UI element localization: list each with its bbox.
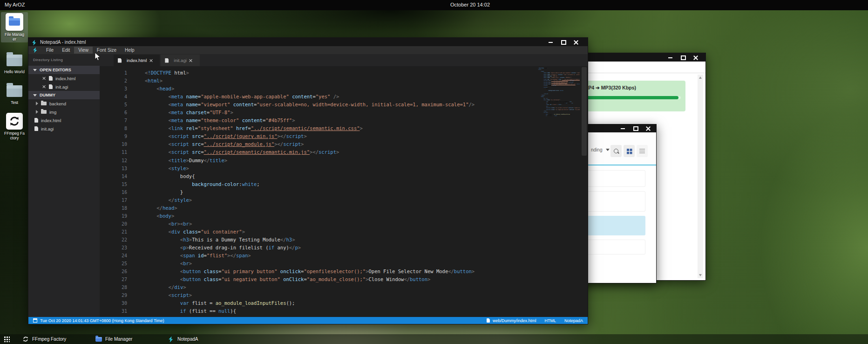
- code-line[interactable]: 22 <h3>This is a Dummy Testing Module</h…: [100, 236, 588, 244]
- code-line[interactable]: 2<html>: [100, 77, 588, 85]
- code-line[interactable]: 15 background-color:white;: [100, 180, 588, 188]
- code-line[interactable]: 5 <meta name="viewport" content="user-sc…: [100, 101, 588, 109]
- code-line[interactable]: 17 </style>: [100, 196, 588, 204]
- gray-folder-icon: [1, 52, 28, 68]
- desktop-icon-file-manager[interactable]: File Manag er: [1, 12, 28, 42]
- close-icon[interactable]: [645, 126, 651, 131]
- close-icon[interactable]: [42, 85, 46, 89]
- notepada-titlebar[interactable]: NotepadA - index.html: [28, 38, 588, 46]
- close-icon[interactable]: [573, 40, 578, 45]
- maximize-icon[interactable]: [680, 55, 685, 60]
- directory-tree: OPEN EDITORSindex.htmlinit.agiDUMMYbacke…: [28, 66, 100, 133]
- maximize-icon[interactable]: [561, 40, 566, 45]
- code-line[interactable]: 3 <head>: [100, 85, 588, 93]
- code-line[interactable]: 18 </head>: [100, 204, 588, 212]
- line-number: 18: [100, 204, 127, 212]
- code-line[interactable]: 31 if (flist == null){: [100, 307, 588, 315]
- calendar-icon: [33, 318, 37, 323]
- app-launcher-icon[interactable]: [4, 336, 10, 342]
- code-line[interactable]: 12 <title>Dummy</title>: [100, 157, 588, 165]
- taskbar-item-ffmpeg-factory[interactable]: FFmpeg Factory: [22, 334, 66, 344]
- taskbar-item-notepada[interactable]: NotepadA: [168, 334, 198, 344]
- line-number: 25: [100, 260, 127, 268]
- tab-index-html[interactable]: index.html: [114, 55, 160, 66]
- tree-item-backend[interactable]: backend: [28, 99, 100, 108]
- notepada-window[interactable]: NotepadA - index.html FileEditViewFont S…: [28, 37, 588, 324]
- scroll-up-icon[interactable]: [699, 76, 702, 79]
- minimap[interactable]: <!DOCTYPE html><html> <head> <meta name=…: [538, 68, 580, 120]
- blue-folder-tile-icon: [1, 13, 28, 31]
- desktop-icon-label: Test: [1, 100, 28, 105]
- code-line[interactable]: 24 <span id="flist"></span>: [100, 252, 588, 260]
- minimize-icon[interactable]: [548, 40, 553, 45]
- tree-item-img[interactable]: img: [28, 108, 100, 116]
- code-line[interactable]: 6 <meta charset="UTF-8">: [100, 109, 588, 117]
- code-editor[interactable]: 1<!DOCTYPE html>2<html>3 <head>4 <meta n…: [100, 66, 588, 317]
- desktop-icon-label: Hello World: [1, 69, 28, 74]
- list-view-button[interactable]: [637, 145, 648, 157]
- grid-view-button[interactable]: [624, 145, 635, 157]
- code-line[interactable]: 16 }: [100, 188, 588, 196]
- menu-font-size[interactable]: Font Size: [93, 47, 121, 54]
- tab-label: init.agi: [174, 58, 186, 63]
- line-number: 3: [100, 85, 127, 93]
- code-line[interactable]: 11 <script src="../script/semantic/seman…: [100, 148, 588, 156]
- scroll-down-icon[interactable]: [699, 274, 702, 276]
- tree-item-init-agi[interactable]: init.agi: [28, 83, 100, 91]
- code-line[interactable]: 9 <script src="../script/jquery.min.js">…: [100, 132, 588, 140]
- scrollbar[interactable]: [698, 75, 703, 278]
- maximize-icon[interactable]: [633, 126, 638, 131]
- file-icon: [49, 76, 53, 81]
- code-line[interactable]: 4 <meta name="apple-mobile-web-app-capab…: [100, 93, 588, 101]
- code-line[interactable]: 20 <br><br>: [100, 220, 588, 228]
- clock: October 20 14:02: [450, 2, 490, 7]
- code-line[interactable]: 26 <button class="ui primary button" onc…: [100, 268, 588, 275]
- editor-scrollbar[interactable]: [582, 67, 587, 156]
- code-line[interactable]: 13 <style>: [100, 165, 588, 172]
- desktop-icon-test[interactable]: Test: [1, 82, 28, 106]
- taskbar-item-label: FFmpeg Factory: [32, 337, 66, 342]
- sidebar-header: Directory Listing: [28, 54, 100, 66]
- tree-item-index-html[interactable]: index.html: [28, 74, 100, 83]
- code-line[interactable]: 23 <p>Received drag-in filelist (if any)…: [100, 244, 588, 252]
- code-line[interactable]: 7 <meta name="theme-color" content="#4b7…: [100, 117, 588, 124]
- taskbar-item-label: File Manager: [105, 337, 132, 342]
- code-line[interactable]: 8 <link rel="stylesheet" href="../script…: [100, 124, 588, 132]
- line-number: 22: [100, 236, 127, 244]
- code-line[interactable]: 25 <br>: [100, 260, 588, 268]
- close-icon[interactable]: [693, 55, 698, 60]
- tree-item-index-html[interactable]: index.html: [28, 116, 100, 124]
- tab-init-agi[interactable]: init.agi: [161, 55, 199, 66]
- code-line[interactable]: 14 body{: [100, 172, 588, 180]
- desktop-icon-ffmpeg-factory[interactable]: FFmpeg Fa ctory: [1, 112, 28, 141]
- code-line[interactable]: 30 var flist = ao_module_loadInputFiles(…: [100, 299, 588, 307]
- sort-dropdown[interactable]: nding: [591, 147, 610, 152]
- minimize-icon[interactable]: [620, 126, 625, 131]
- code-line[interactable]: 10 <script src="../script/ao_module.js">…: [100, 140, 588, 148]
- tree-item-label: backend: [49, 101, 66, 106]
- close-icon[interactable]: [149, 59, 153, 62]
- code-line[interactable]: 1<!DOCTYPE html>: [100, 69, 588, 77]
- tree-item-open-editors[interactable]: OPEN EDITORS: [28, 66, 100, 74]
- status-bar: Tue Oct 20 2020 14:01:43 GMT+0800 (Hong …: [28, 317, 588, 324]
- code-line[interactable]: 27 <button class="ui negative button" on…: [100, 275, 588, 283]
- menu-edit[interactable]: Edit: [58, 47, 74, 54]
- code-line[interactable]: 19 <body>: [100, 212, 588, 220]
- search-button[interactable]: [610, 145, 622, 157]
- gray-folder-icon: [1, 83, 28, 99]
- aroz-menu-label[interactable]: My ArOZ: [5, 2, 25, 7]
- circular-arrows-icon: [1, 113, 28, 130]
- desktop-icon-hello-world[interactable]: Hello World: [1, 51, 28, 75]
- code-line[interactable]: 21 <div class="ui container">: [100, 228, 588, 236]
- menu-help[interactable]: Help: [121, 47, 139, 54]
- code-line[interactable]: 28 </div>: [100, 283, 588, 291]
- menu-file[interactable]: File: [42, 47, 58, 54]
- close-icon[interactable]: [42, 76, 46, 80]
- menu-view[interactable]: View: [74, 47, 93, 54]
- minimize-icon[interactable]: [668, 55, 673, 60]
- tree-item-init-agi[interactable]: init.agi: [28, 124, 100, 133]
- taskbar-item-file-manager[interactable]: File Manager: [95, 334, 132, 344]
- tree-item-dummy[interactable]: DUMMY: [28, 91, 100, 99]
- code-line[interactable]: 29 <script>: [100, 291, 588, 299]
- close-icon[interactable]: [189, 59, 193, 62]
